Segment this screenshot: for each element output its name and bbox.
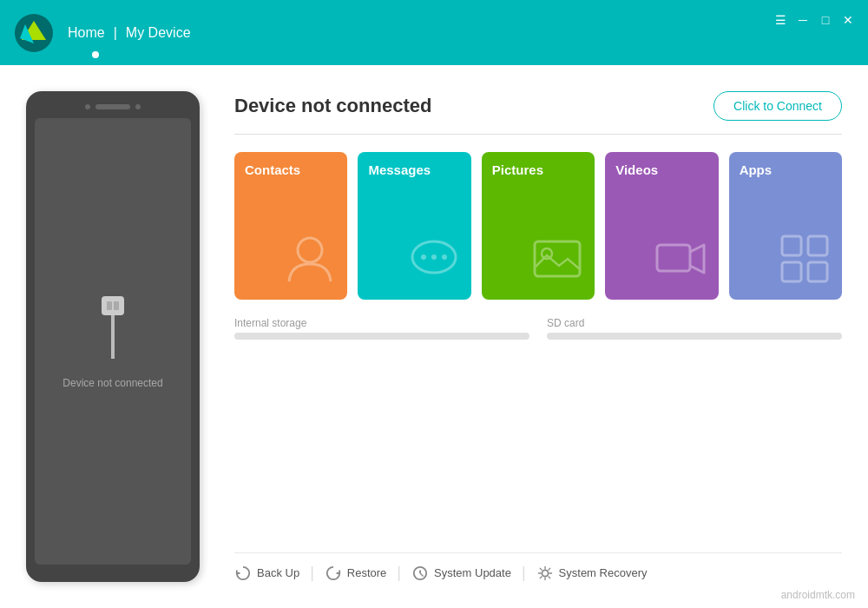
svg-rect-16 <box>808 236 827 255</box>
bottom-toolbar: Back Up | Restore | <box>234 552 842 582</box>
sdcard-storage-label: SD card <box>547 317 842 329</box>
pictures-label: Pictures <box>492 162 584 177</box>
restore-icon <box>325 565 342 582</box>
category-apps[interactable]: Apps <box>729 152 842 300</box>
svg-point-7 <box>298 238 322 262</box>
svg-point-11 <box>442 254 447 260</box>
messages-icon <box>406 231 463 291</box>
phone-dot2 <box>135 104 141 109</box>
backup-icon <box>234 565 252 582</box>
usb-icon <box>91 294 135 364</box>
pictures-icon <box>529 231 586 291</box>
device-status-label: Device not connected <box>234 95 431 117</box>
window-controls: ☰ ─ □ ✕ <box>773 13 855 27</box>
svg-line-21 <box>420 573 424 577</box>
apps-label: Apps <box>740 162 832 177</box>
storage-section: Internal storage SD card <box>234 317 842 340</box>
category-pictures[interactable]: Pictures <box>482 152 595 300</box>
nav-mydevice[interactable]: My Device <box>126 25 191 41</box>
watermark: androidmtk.com <box>781 589 855 601</box>
restore-label: Restore <box>347 566 387 579</box>
close-button[interactable]: ✕ <box>841 13 855 27</box>
sdcard-storage-bar-bg <box>547 333 842 340</box>
contacts-icon <box>282 231 339 291</box>
system-update-label: System Update <box>434 566 511 579</box>
system-recovery-button[interactable]: System Recovery <box>536 565 648 582</box>
minimize-button[interactable]: ─ <box>796 13 810 27</box>
right-panel: Device not connected Click to Connect Co… <box>234 91 842 582</box>
phone-status-label: Device not connected <box>62 377 162 389</box>
separator-3: | <box>522 564 526 582</box>
videos-label: Videos <box>615 162 707 177</box>
phone-dot <box>85 104 90 109</box>
phone-screen: Device not connected <box>35 118 191 565</box>
apps-icon <box>777 231 833 291</box>
svg-point-10 <box>431 254 437 260</box>
nav-separator: | <box>114 25 117 41</box>
internal-storage: Internal storage <box>234 317 529 340</box>
header: Home | My Device ☰ ─ □ ✕ <box>0 0 868 65</box>
phone-mockup: Device not connected <box>26 91 200 582</box>
connect-button[interactable]: Click to Connect <box>713 91 842 121</box>
system-update-button[interactable]: System Update <box>411 565 511 582</box>
contacts-label: Contacts <box>245 162 337 177</box>
categories-row: Contacts Messages <box>234 152 842 300</box>
category-contacts[interactable]: Contacts <box>234 152 347 300</box>
main-content: Device not connected Device not connecte… <box>0 65 868 608</box>
nav-indicator <box>92 51 99 58</box>
svg-rect-4 <box>107 301 112 310</box>
separator-1: | <box>310 564 314 582</box>
svg-rect-6 <box>111 315 115 359</box>
status-row: Device not connected Click to Connect <box>234 91 842 135</box>
maximize-button[interactable]: □ <box>819 13 832 27</box>
restore-button[interactable]: Restore <box>325 565 387 582</box>
storage-bars: Internal storage SD card <box>234 317 842 340</box>
system-recovery-icon <box>536 565 554 582</box>
separator-2: | <box>397 564 401 582</box>
phone-bar <box>95 104 130 109</box>
svg-rect-17 <box>782 262 801 281</box>
category-messages[interactable]: Messages <box>358 152 470 300</box>
messages-label: Messages <box>368 162 460 177</box>
svg-rect-12 <box>535 241 580 276</box>
svg-rect-14 <box>657 245 690 271</box>
svg-point-22 <box>542 570 548 576</box>
videos-icon <box>654 231 710 291</box>
svg-point-9 <box>421 254 426 260</box>
system-recovery-label: System Recovery <box>559 566 648 579</box>
category-videos[interactable]: Videos <box>605 152 718 300</box>
system-update-icon <box>411 565 429 582</box>
svg-rect-18 <box>808 262 827 281</box>
backup-button[interactable]: Back Up <box>234 565 299 582</box>
nav-home[interactable]: Home <box>68 25 105 41</box>
phone-top-bar <box>85 104 141 109</box>
svg-rect-3 <box>102 296 124 315</box>
menu-button[interactable]: ☰ <box>773 13 787 27</box>
app-logo <box>13 12 55 54</box>
internal-storage-bar-bg <box>234 333 529 340</box>
internal-storage-label: Internal storage <box>234 317 529 329</box>
svg-rect-15 <box>782 236 801 255</box>
svg-rect-5 <box>114 301 119 310</box>
sdcard-storage: SD card <box>547 317 842 340</box>
backup-label: Back Up <box>257 566 299 579</box>
